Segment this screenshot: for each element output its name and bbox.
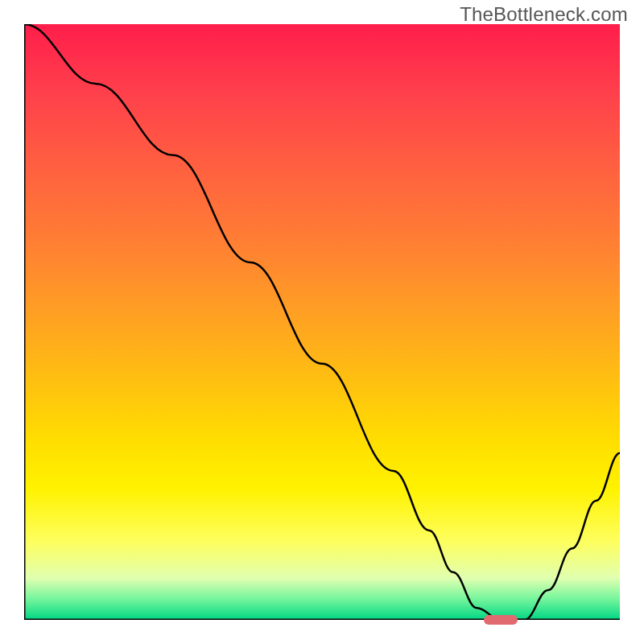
watermark-text: TheBottleneck.com bbox=[460, 3, 628, 26]
gradient-background bbox=[24, 24, 620, 620]
chart-area bbox=[24, 24, 620, 620]
optimum-marker bbox=[484, 615, 518, 625]
